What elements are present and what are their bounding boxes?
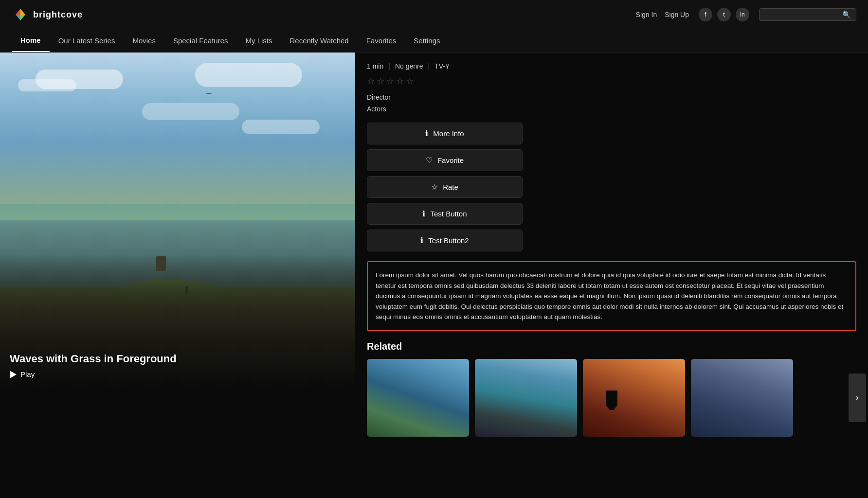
description-text: Lorem ipsum dolor sit amet. Vel quos har… (376, 270, 848, 322)
top-bar: brightcove Sign In Sign Up f t in 🔍 (0, 0, 868, 29)
main-content: Waves with Grass in Foreground Play 1 mi… (0, 53, 868, 446)
cloud-2 (18, 79, 76, 91)
test-button2-label: Test Button2 (428, 236, 469, 245)
duration: 1 min (367, 62, 383, 70)
facebook-icon[interactable]: f (699, 8, 712, 21)
next-arrow-icon: › (856, 392, 859, 403)
star-2[interactable]: ☆ (377, 76, 384, 87)
detail-panel: 1 min | No genre | TV-Y ☆ ☆ ☆ ☆ ☆ Direct… (355, 53, 868, 446)
video-panel: Waves with Grass in Foreground Play (0, 53, 355, 388)
logo-area: brightcove (12, 6, 83, 23)
cloud-3 (142, 103, 239, 120)
separator-2: | (428, 62, 430, 70)
instagram-icon[interactable]: in (736, 8, 749, 21)
twitter-icon[interactable]: t (717, 8, 731, 21)
related-card-1[interactable] (367, 359, 469, 437)
rating: TV-Y (434, 62, 450, 70)
nav-movies[interactable]: Movies (124, 30, 164, 52)
rate-label: Rate (443, 183, 458, 191)
video-title: Waves with Grass in Foreground (10, 353, 177, 365)
nav-home[interactable]: Home (12, 29, 50, 52)
nav-bar: Home Our Latest Series Movies Special Fe… (0, 29, 868, 53)
nav-recently-watched[interactable]: Recently Watched (281, 30, 358, 52)
video-info-overlay: Waves with Grass in Foreground Play (10, 353, 177, 378)
logo-icon (12, 6, 29, 23)
test-button[interactable]: ℹ Test Button (367, 203, 523, 225)
logo-text: brightcove (33, 10, 83, 20)
info-icon-2: ℹ (422, 209, 425, 218)
favorite-label: Favorite (437, 156, 464, 164)
sign-in-link[interactable]: Sign In (636, 11, 657, 18)
heart-icon: ♡ (426, 156, 433, 165)
nav-latest-series[interactable]: Our Latest Series (50, 30, 124, 52)
social-icons: f t in (699, 8, 749, 21)
meta-info: 1 min | No genre | TV-Y (367, 62, 856, 70)
nav-settings[interactable]: Settings (405, 30, 449, 52)
cloud-5 (195, 63, 302, 87)
play-label: Play (20, 370, 35, 378)
star-5[interactable]: ☆ (406, 76, 414, 87)
director-label: Director (367, 93, 856, 101)
star-rating[interactable]: ☆ ☆ ☆ ☆ ☆ (367, 76, 856, 87)
star-4[interactable]: ☆ (396, 76, 404, 87)
star-3[interactable]: ☆ (386, 76, 394, 87)
favorite-button[interactable]: ♡ Favorite (367, 149, 523, 171)
search-box[interactable]: 🔍 (759, 8, 856, 21)
play-triangle-icon (10, 371, 17, 378)
nav-favorites[interactable]: Favorites (358, 30, 405, 52)
top-right: Sign In Sign Up f t in 🔍 (636, 8, 856, 21)
auth-links: Sign In Sign Up (636, 11, 689, 18)
building (156, 256, 166, 271)
test-button-label: Test Button (430, 210, 467, 218)
nav-special-features[interactable]: Special Features (164, 30, 237, 52)
more-info-button[interactable]: ℹ More Info (367, 123, 523, 144)
action-buttons: ℹ More Info ♡ Favorite ☆ Rate ℹ Test But… (367, 123, 856, 251)
actors-label: Actors (367, 105, 856, 113)
description-box: Lorem ipsum dolor sit amet. Vel quos har… (367, 261, 856, 331)
search-input[interactable] (764, 11, 842, 18)
more-info-label: More Info (433, 129, 464, 138)
test-button-2[interactable]: ℹ Test Button2 (367, 230, 523, 251)
svg-marker-1 (20, 9, 25, 15)
svg-marker-2 (16, 15, 20, 20)
video-thumbnail[interactable] (0, 53, 355, 388)
rate-button[interactable]: ☆ Rate (367, 176, 523, 198)
search-icon: 🔍 (842, 11, 850, 18)
nav-my-lists[interactable]: My Lists (236, 30, 281, 52)
star-1[interactable]: ☆ (367, 76, 375, 87)
related-card-3[interactable] (583, 359, 685, 437)
related-section: Related › (367, 341, 856, 437)
svg-marker-3 (20, 15, 25, 20)
next-arrow-button[interactable]: › (849, 374, 866, 422)
related-card-2[interactable] (475, 359, 577, 437)
person-silhouette (185, 286, 188, 294)
info-icon-1: ℹ (425, 129, 428, 138)
play-button[interactable]: Play (10, 370, 177, 378)
related-grid: › (367, 359, 856, 437)
svg-marker-0 (16, 9, 20, 15)
related-card-4[interactable] (691, 359, 793, 437)
info-icon-3: ℹ (420, 236, 423, 245)
cloud-4 (242, 120, 320, 134)
genre: No genre (395, 62, 423, 70)
related-title: Related (367, 341, 856, 352)
star-icon: ☆ (431, 182, 438, 192)
separator-1: | (388, 62, 390, 70)
sign-up-link[interactable]: Sign Up (665, 11, 689, 18)
